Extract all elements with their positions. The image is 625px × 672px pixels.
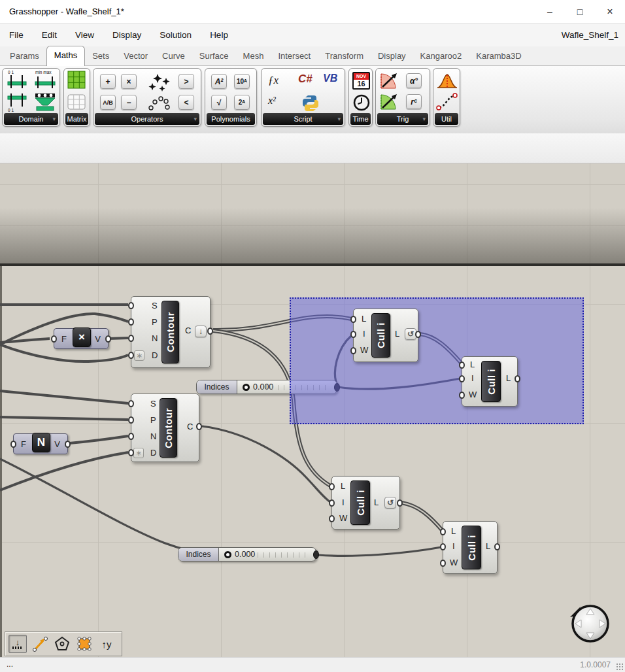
maximize-button[interactable]: □ — [565, 0, 595, 24]
subtraction-button[interactable]: − — [121, 95, 137, 110]
canvas-compass-navball[interactable] — [566, 600, 612, 646]
slider-indices-2[interactable]: Indices 0.000 — [178, 547, 316, 562]
clock-icon[interactable] — [352, 93, 371, 112]
group-label-trig[interactable]: Trig▾ — [377, 113, 428, 125]
input-port-f[interactable] — [10, 441, 16, 448]
expression-modifier-button[interactable]: ∗ — [133, 448, 144, 458]
minimize-button[interactable]: – — [535, 0, 565, 24]
group-label-domain[interactable]: Domain▾ — [4, 113, 58, 125]
date-icon[interactable]: NOV 16 — [352, 72, 370, 90]
component-cull-index-c[interactable]: L I W Cull i L ↺ — [331, 476, 400, 529]
input-port-d[interactable] — [128, 449, 134, 456]
input-port-f[interactable] — [51, 335, 57, 343]
re-solve-button[interactable]: ↺ — [384, 497, 396, 509]
download-widget-button[interactable]: ↓ — [8, 635, 27, 653]
input-port-l[interactable] — [350, 316, 356, 323]
input-port-s[interactable] — [128, 302, 134, 309]
input-port-i[interactable] — [350, 331, 356, 338]
slider-knob[interactable] — [243, 384, 250, 391]
component-contour-1[interactable]: S P N D ∗ Contour C ↓ — [131, 296, 211, 368]
input-port-n[interactable] — [128, 433, 134, 440]
vector-display-widget-button[interactable] — [31, 635, 49, 653]
download-output-button[interactable]: ↓ — [195, 326, 207, 337]
input-port-l[interactable] — [459, 361, 465, 369]
output-port-c[interactable] — [207, 328, 213, 335]
graft-curve-icon[interactable] — [436, 92, 458, 110]
input-port-i[interactable] — [329, 499, 335, 507]
input-port-w[interactable] — [329, 515, 335, 522]
input-port-i[interactable] — [459, 375, 465, 382]
canvas-axes-widget-button[interactable]: ↑y — [97, 635, 116, 653]
slider-knob[interactable] — [224, 551, 231, 558]
tab-mesh[interactable]: Mesh — [236, 47, 271, 65]
larger-than-button[interactable]: > — [178, 74, 194, 89]
group-label-script[interactable]: Script▾ — [263, 113, 343, 125]
variable-icon[interactable]: x² — [268, 95, 276, 107]
tab-surface[interactable]: Surface — [192, 47, 236, 65]
menu-edit[interactable]: Edit — [33, 24, 66, 46]
input-port-w[interactable] — [350, 347, 356, 354]
series-loop-icon[interactable] — [146, 93, 172, 113]
input-port-w[interactable] — [440, 560, 446, 567]
input-port-l[interactable] — [329, 483, 335, 490]
group-label-matrix[interactable]: Matrix — [65, 113, 88, 125]
tab-sets[interactable]: Sets — [85, 47, 116, 65]
component-cull-index-d[interactable]: L I W Cull i L — [443, 521, 498, 574]
menu-help[interactable]: Help — [201, 24, 237, 46]
close-button[interactable]: × — [595, 0, 625, 24]
input-port-w[interactable] — [459, 392, 465, 399]
vb-script-icon[interactable]: VB — [323, 73, 337, 84]
square-button[interactable]: A² — [211, 74, 227, 89]
group-label-polynomials[interactable]: Polynomials — [207, 113, 255, 125]
component-cull-index-a[interactable]: L I W Cull i L ↺ — [353, 309, 418, 362]
output-port-l[interactable] — [494, 543, 500, 550]
csharp-script-icon[interactable]: C# — [298, 73, 312, 86]
input-port-p[interactable] — [128, 416, 134, 424]
multiplication-button[interactable]: × — [121, 74, 137, 89]
input-port-l[interactable] — [440, 528, 446, 535]
group-label-util[interactable]: Util — [435, 113, 458, 125]
selection-handles-widget-button[interactable] — [75, 635, 93, 653]
tab-intersect[interactable]: Intersect — [271, 47, 318, 65]
expression-modifier-button[interactable]: ∗ — [134, 350, 144, 361]
power-of-10-button[interactable]: 10ᴬ — [234, 74, 250, 89]
output-port-l[interactable] — [515, 375, 520, 382]
component-cull-index-b[interactable]: L I W Cull i L — [462, 356, 518, 407]
power-of-2-button[interactable]: 2ᴬ — [234, 95, 250, 110]
tab-kangaroo2[interactable]: Kangaroo2 — [413, 47, 469, 65]
smaller-than-button[interactable]: < — [178, 95, 194, 110]
document-selector[interactable]: Wafle_Shelf_1 — [562, 24, 618, 46]
radians-arc-icon[interactable] — [380, 93, 399, 110]
component-negative[interactable]: F N V — [13, 433, 68, 454]
degrees-arc-icon[interactable] — [380, 72, 399, 90]
tab-vector[interactable]: Vector — [116, 47, 155, 65]
radians-button[interactable]: rᶜ — [406, 94, 422, 109]
input-port-i[interactable] — [440, 543, 446, 550]
division-button[interactable]: A/B — [100, 95, 116, 110]
input-port-n[interactable] — [128, 335, 134, 342]
gumball-widget-button[interactable] — [53, 635, 71, 653]
input-port-d[interactable] — [128, 352, 134, 359]
tab-params[interactable]: Params — [3, 47, 46, 65]
gaussian-icon[interactable] — [436, 72, 458, 90]
slider-output-port[interactable] — [313, 550, 319, 559]
degrees-button[interactable]: α° — [406, 73, 422, 88]
input-port-s[interactable] — [128, 400, 134, 407]
resize-grip[interactable] — [616, 663, 624, 671]
square-root-button[interactable]: √ — [211, 95, 227, 110]
tab-transform[interactable]: Transform — [318, 47, 371, 65]
tab-maths[interactable]: Maths — [46, 46, 85, 66]
menu-file[interactable]: File — [0, 24, 33, 46]
expression-icon[interactable]: ƒx — [268, 74, 279, 87]
mass-addition-icon[interactable] — [144, 71, 173, 92]
output-port-v[interactable] — [65, 441, 71, 448]
menu-solution[interactable]: Solution — [150, 24, 201, 46]
menu-display[interactable]: Display — [103, 24, 150, 46]
menu-view[interactable]: View — [66, 24, 103, 46]
component-multiplication[interactable]: F × V — [54, 328, 109, 349]
tab-curve[interactable]: Curve — [155, 47, 192, 65]
output-port-l[interactable] — [415, 331, 421, 338]
tab-display[interactable]: Display — [371, 47, 413, 65]
addition-button[interactable]: + — [100, 74, 116, 89]
tab-karamba3d[interactable]: Karamba3D — [469, 47, 528, 65]
